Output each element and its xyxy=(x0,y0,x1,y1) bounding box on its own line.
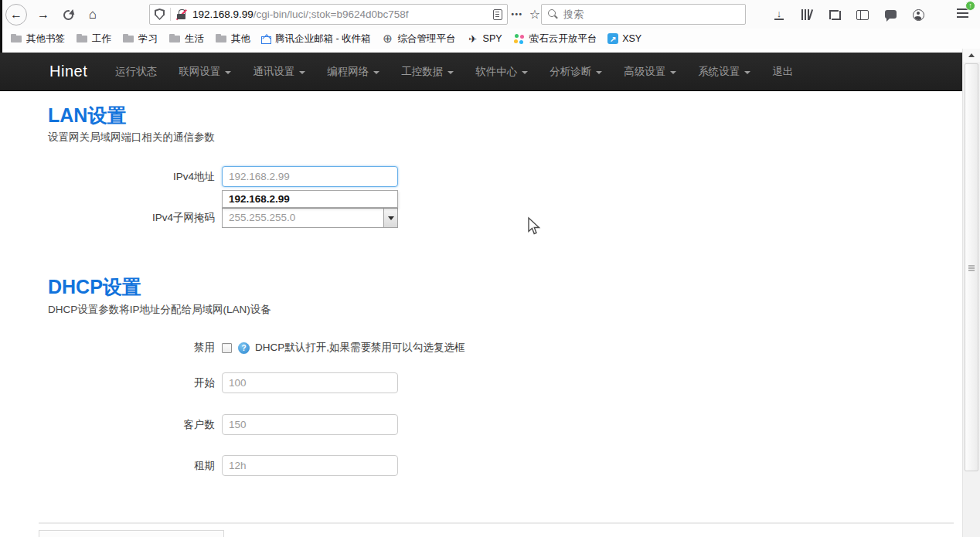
nav-item-4[interactable]: 工控数据 xyxy=(390,65,464,79)
bookmark-icon xyxy=(10,32,22,45)
reload-button[interactable] xyxy=(57,4,79,25)
tracking-shield-icon[interactable] xyxy=(155,8,165,20)
dropdown-arrow-icon[interactable] xyxy=(383,209,397,227)
vertical-scrollbar[interactable] xyxy=(962,49,980,537)
search-box[interactable] xyxy=(541,4,746,25)
bookmark-label: 其他 xyxy=(231,32,250,46)
scroll-up-button[interactable] xyxy=(963,49,980,62)
bookmark-icon xyxy=(261,36,271,44)
browser-toolbar: ← → ⌂ 192.168.9.99/cgi-bin/luci/;stok=b9… xyxy=(0,0,980,29)
search-input[interactable] xyxy=(563,8,739,20)
bookmark-item-5[interactable]: 腾讯企业邮箱 - 收件箱 xyxy=(256,30,376,47)
ipv4-address-input[interactable] xyxy=(222,166,398,187)
chat-bubble-icon xyxy=(885,10,897,19)
home-button[interactable]: ⌂ xyxy=(82,4,104,25)
app-navbar: Hinet 运行状态 联网设置 通讯设置 编程网络 工控数据 xyxy=(0,53,980,91)
back-button[interactable]: ← xyxy=(5,4,27,25)
divider xyxy=(170,8,171,21)
brand-logo[interactable]: Hinet xyxy=(49,63,87,80)
dhcp-clients-row: 客户数 xyxy=(48,414,398,435)
chevron-down-icon xyxy=(447,71,454,74)
dhcp-start-input[interactable] xyxy=(222,372,398,393)
search-icon xyxy=(548,9,558,19)
nav-item-1[interactable]: 联网设置 xyxy=(168,65,242,79)
insecure-lock-icon[interactable] xyxy=(176,9,187,20)
dhcp-lease-input[interactable] xyxy=(222,455,398,476)
nav-item-8[interactable]: 系统设置 xyxy=(687,65,761,79)
library-button[interactable] xyxy=(801,8,813,21)
chevron-down-icon xyxy=(225,71,231,74)
scrollbar-thumb[interactable] xyxy=(965,63,978,471)
download-button[interactable]: ↓ xyxy=(773,8,785,21)
footer-partial-box xyxy=(39,530,224,537)
nav-item-5[interactable]: 软件中心 xyxy=(464,65,539,79)
netmask-select[interactable]: 255.255.255.0 xyxy=(222,208,398,228)
slash-mark xyxy=(176,8,187,19)
bookmark-label: 生活 xyxy=(185,32,204,46)
nav-item-9[interactable]: 退出 xyxy=(761,65,804,79)
dhcp-disable-checkbox[interactable] xyxy=(222,343,232,353)
bookmark-label: 工作 xyxy=(92,32,111,46)
bookmarks-bar: 其他书签 工作 学习 生活 其他 腾讯企业邮箱 - 收件箱 综合管理平台 xyxy=(0,29,980,49)
netmask-label: IPv4子网掩码 xyxy=(48,211,215,225)
bookmark-item-4[interactable]: 其他 xyxy=(209,30,256,47)
lan-section-title: LAN设置 xyxy=(48,103,126,128)
forward-button[interactable]: → xyxy=(32,4,54,25)
bookmark-label: 综合管理平台 xyxy=(398,32,456,46)
nav-item-6[interactable]: 分析诊断 xyxy=(539,65,613,79)
nav-item-label: 运行状态 xyxy=(115,65,157,79)
chevron-down-icon xyxy=(373,71,379,74)
ipv4-address-row: IPv4地址 xyxy=(48,166,398,187)
chevron-down-icon xyxy=(596,71,602,74)
reader-mode-icon[interactable] xyxy=(493,9,502,20)
bookmark-label: XSY xyxy=(622,33,641,44)
bookmark-label: 腾讯企业邮箱 - 收件箱 xyxy=(275,32,371,46)
bookmark-icon xyxy=(215,32,227,45)
dhcp-lease-row: 租期 xyxy=(48,455,398,476)
bookmark-item-9[interactable]: XSY xyxy=(602,30,647,47)
nav-item-label: 退出 xyxy=(772,65,793,79)
nav-item-label: 编程网络 xyxy=(327,65,369,79)
screenshot-button[interactable] xyxy=(829,8,841,21)
sidebar-button[interactable] xyxy=(856,8,869,21)
nav-item-7[interactable]: 高级设置 xyxy=(613,65,687,79)
url-bar[interactable]: 192.168.9.99/cgi-bin/luci/;stok=b9624d0b… xyxy=(149,4,508,25)
nav-item-label: 工控数据 xyxy=(401,65,443,79)
account-icon xyxy=(913,9,924,21)
bookmark-item-8[interactable]: 萤石云开放平台 xyxy=(508,30,603,47)
nav-item-2[interactable]: 通讯设置 xyxy=(242,65,316,79)
bookmark-icon xyxy=(382,32,394,45)
dhcp-start-label: 开始 xyxy=(48,376,215,390)
sidebar-icon xyxy=(856,10,869,20)
bookmark-item-2[interactable]: 学习 xyxy=(117,30,163,47)
bookmark-label: 萤石云开放平台 xyxy=(529,32,597,46)
autocomplete-suggestion[interactable]: 192.168.2.99 xyxy=(222,190,398,208)
netmask-row: IPv4子网掩码 255.255.255.0 xyxy=(48,208,398,228)
bookmark-icon xyxy=(168,32,181,45)
window-edge xyxy=(0,0,2,53)
page-actions-icon[interactable]: ••• xyxy=(509,4,526,25)
bookmark-item-3[interactable]: 生活 xyxy=(163,30,209,47)
nav-item-label: 联网设置 xyxy=(179,65,220,79)
bookmark-item-1[interactable]: 工作 xyxy=(70,30,117,47)
dhcp-clients-input[interactable] xyxy=(222,414,398,435)
nav-item-0[interactable]: 运行状态 xyxy=(104,65,168,79)
bookmark-label: SPY xyxy=(483,33,502,44)
reload-icon xyxy=(63,10,73,20)
nav-item-3[interactable]: 编程网络 xyxy=(316,65,390,79)
bookmark-item-7[interactable]: SPY xyxy=(461,30,508,47)
chevron-down-icon xyxy=(670,71,676,74)
bookmark-item-0[interactable]: 其他书签 xyxy=(5,30,70,47)
menu-button[interactable]: ↑ xyxy=(955,6,971,22)
url-path: /cgi-bin/luci/;stok=b9624d0bc758f xyxy=(254,8,409,20)
bookmark-icon xyxy=(607,33,618,44)
dhcp-disable-hint: DHCP默认打开,如果需要禁用可以勾选复选框 xyxy=(255,341,465,355)
account-button[interactable] xyxy=(912,8,924,21)
messages-button[interactable] xyxy=(884,8,897,21)
bookmark-item-6[interactable]: 综合管理平台 xyxy=(376,30,461,47)
url-text: 192.168.9.99/cgi-bin/luci/;stok=b9624d0b… xyxy=(192,8,488,20)
screenshot-icon xyxy=(829,9,841,21)
chevron-down-icon xyxy=(744,71,750,74)
help-icon[interactable]: ? xyxy=(238,342,250,354)
back-icon: ← xyxy=(10,8,22,22)
